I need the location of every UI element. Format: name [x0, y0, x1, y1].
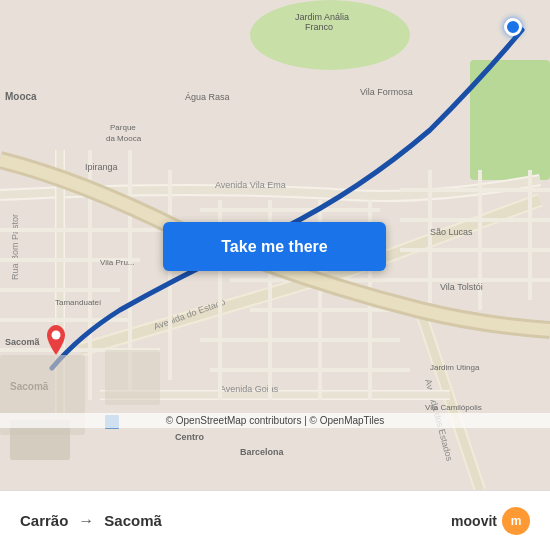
route-to: Sacomã — [104, 512, 162, 529]
svg-text:Avenida Vila Ema: Avenida Vila Ema — [215, 180, 286, 190]
map-attribution: © OpenStreetMap contributors | © OpenMap… — [0, 413, 550, 428]
svg-text:Barcelona: Barcelona — [240, 447, 285, 457]
svg-text:Jardim Utinga: Jardim Utinga — [430, 363, 480, 372]
svg-text:São Lucas: São Lucas — [430, 227, 473, 237]
svg-text:da Mooca: da Mooca — [106, 134, 142, 143]
moovit-brand-text: moovit — [451, 513, 497, 529]
destination-marker — [504, 18, 522, 36]
svg-text:Rua Bom Pastor: Rua Bom Pastor — [10, 214, 20, 280]
take-me-there-button[interactable]: Take me there — [163, 222, 386, 271]
svg-text:Vila Tolstói: Vila Tolstói — [440, 282, 483, 292]
svg-text:Vila Formosa: Vila Formosa — [360, 87, 413, 97]
svg-text:Mooca: Mooca — [5, 91, 37, 102]
svg-text:Sacomã: Sacomã — [5, 337, 41, 347]
svg-text:Jardim Anália: Jardim Anália — [295, 12, 349, 22]
origin-marker — [45, 325, 67, 355]
svg-point-56 — [52, 331, 61, 340]
moovit-logo-icon: m — [502, 507, 530, 535]
svg-text:Franco: Franco — [305, 22, 333, 32]
svg-text:Parque: Parque — [110, 123, 136, 132]
moovit-logo: moovit m — [451, 507, 530, 535]
svg-text:Vila Pru...: Vila Pru... — [100, 258, 135, 267]
svg-text:Centro: Centro — [175, 432, 205, 442]
svg-text:Ipiranga: Ipiranga — [85, 162, 118, 172]
route-arrow-icon: → — [78, 512, 94, 530]
svg-text:Vila Camilópolis: Vila Camilópolis — [425, 403, 482, 412]
svg-text:Água Rasa: Água Rasa — [185, 92, 230, 102]
svg-text:Tamanduateí: Tamanduateí — [55, 298, 102, 307]
bottom-bar: Carrão → Sacomã moovit m — [0, 490, 550, 550]
route-info: Carrão → Sacomã — [20, 512, 162, 530]
svg-rect-54 — [105, 350, 160, 405]
map-container: Jardim Anália Franco Avenida Vila Ema Av… — [0, 0, 550, 490]
route-from: Carrão — [20, 512, 68, 529]
svg-point-1 — [250, 0, 410, 70]
